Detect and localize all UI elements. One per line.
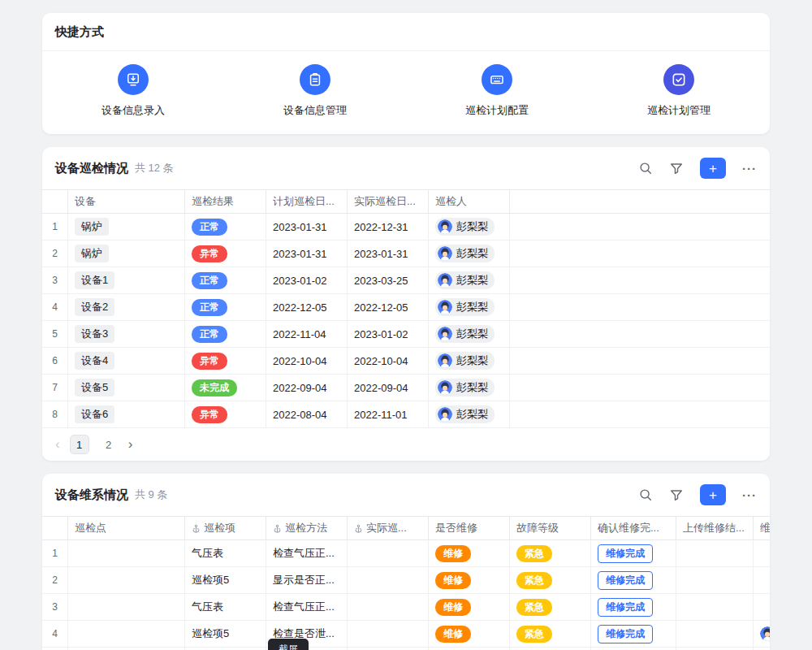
add-record-button[interactable]: + xyxy=(700,484,726,505)
shortcut-item-3[interactable]: 巡检计划管理 xyxy=(588,64,770,118)
search-icon[interactable] xyxy=(638,161,653,176)
column-header[interactable]: 上传维修结... xyxy=(676,517,754,540)
fault-level-cell[interactable]: 紧急 xyxy=(510,594,591,620)
device-cell[interactable]: 设备3 xyxy=(68,321,185,347)
fault-level-cell[interactable]: 紧急 xyxy=(510,621,591,647)
actual-date-cell[interactable]: 2022-12-31 xyxy=(348,214,429,240)
result-cell[interactable]: 异常 xyxy=(185,348,266,374)
fault-level-cell[interactable]: 紧急 xyxy=(510,540,591,566)
inspector-cell[interactable]: 彭梨梨 xyxy=(429,214,510,240)
pagination-page-2[interactable]: 2 xyxy=(99,435,119,454)
confirm-repair-cell[interactable]: 维修完成 xyxy=(591,594,676,620)
result-cell[interactable]: 异常 xyxy=(185,240,266,266)
column-header[interactable]: 是否维修 xyxy=(429,517,510,540)
device-cell[interactable]: 设备2 xyxy=(68,294,185,320)
filter-icon[interactable] xyxy=(669,161,684,176)
inspection-item-cell[interactable]: 气压表 xyxy=(185,540,266,566)
planned-date-cell[interactable]: 2022-12-05 xyxy=(266,294,348,320)
column-header[interactable]: 巡检点 xyxy=(68,517,185,540)
column-header[interactable]: 实际巡... xyxy=(348,517,429,540)
inspection-method-cell[interactable]: 显示是否正... xyxy=(266,567,348,593)
fault-level-cell[interactable]: 紧急 xyxy=(510,567,591,593)
inspector-cell[interactable]: 彭梨梨 xyxy=(429,321,510,347)
confirm-repair-cell[interactable]: 维修完成 xyxy=(591,540,676,566)
actual-inspection-cell[interactable] xyxy=(348,540,429,566)
upload-result-cell[interactable] xyxy=(676,594,754,620)
inspection-point-cell[interactable] xyxy=(68,540,185,566)
planned-date-cell[interactable]: 2023-01-31 xyxy=(266,240,348,266)
confirm-repair-button[interactable]: 维修完成 xyxy=(598,544,653,563)
column-header[interactable]: 巡检结果 xyxy=(185,190,266,213)
actual-date-cell[interactable]: 2022-12-05 xyxy=(348,294,429,320)
planned-date-cell[interactable]: 2023-01-02 xyxy=(266,267,348,293)
inspection-item-cell[interactable]: 巡检项5 xyxy=(185,621,266,647)
actual-date-cell[interactable]: 2023-01-02 xyxy=(348,321,429,347)
inspection-point-cell[interactable] xyxy=(68,594,185,620)
inspector-cell[interactable]: 彭梨梨 xyxy=(429,267,510,293)
column-header[interactable] xyxy=(42,190,68,213)
column-header[interactable]: 计划巡检日... xyxy=(266,190,348,213)
column-header[interactable]: 维... xyxy=(754,517,770,540)
column-header[interactable]: 巡检人 xyxy=(429,190,510,213)
column-header[interactable]: 实际巡检日... xyxy=(348,190,429,213)
column-header[interactable]: 巡检项 xyxy=(185,517,266,540)
more-options-icon[interactable]: ··· xyxy=(742,488,757,502)
result-cell[interactable]: 正常 xyxy=(185,214,266,240)
device-cell[interactable]: 设备1 xyxy=(68,267,185,293)
repair-cell[interactable]: 维修 xyxy=(429,594,510,620)
planned-date-cell[interactable]: 2022-09-04 xyxy=(266,375,348,401)
result-cell[interactable]: 异常 xyxy=(185,401,266,427)
repair-cell[interactable]: 维修 xyxy=(429,567,510,593)
inspector-cell[interactable]: 彭梨梨 xyxy=(429,348,510,374)
planned-date-cell[interactable]: 2022-11-04 xyxy=(266,321,348,347)
device-cell[interactable]: 设备6 xyxy=(68,401,185,427)
inspector-cell[interactable]: 彭梨梨 xyxy=(429,294,510,320)
inspection-method-cell[interactable]: 检查气压正... xyxy=(266,540,348,566)
repair-person-cell[interactable] xyxy=(754,594,770,620)
pagination-prev-icon[interactable]: ‹ xyxy=(55,436,60,453)
inspection-item-cell[interactable]: 巡检项5 xyxy=(185,567,266,593)
more-options-icon[interactable]: ··· xyxy=(742,162,757,176)
repair-person-cell[interactable] xyxy=(754,621,770,647)
shortcut-item-2[interactable]: 巡检计划配置 xyxy=(406,64,588,118)
actual-inspection-cell[interactable] xyxy=(348,567,429,593)
device-cell[interactable]: 锅炉 xyxy=(68,214,185,240)
planned-date-cell[interactable]: 2023-01-31 xyxy=(266,214,348,240)
search-icon[interactable] xyxy=(638,488,653,502)
upload-result-cell[interactable] xyxy=(676,621,754,647)
inspection-point-cell[interactable] xyxy=(68,567,185,593)
actual-date-cell[interactable]: 2023-01-31 xyxy=(348,240,429,266)
device-cell[interactable]: 锅炉 xyxy=(68,240,185,266)
inspector-cell[interactable]: 彭梨梨 xyxy=(429,375,510,401)
upload-result-cell[interactable] xyxy=(676,540,754,566)
actual-date-cell[interactable]: 2022-09-04 xyxy=(348,375,429,401)
shortcut-item-1[interactable]: 设备信息管理 xyxy=(224,64,406,118)
actual-date-cell[interactable]: 2022-11-01 xyxy=(348,401,429,427)
result-cell[interactable]: 正常 xyxy=(185,321,266,347)
inspection-point-cell[interactable] xyxy=(68,621,185,647)
pagination-page-1[interactable]: 1 xyxy=(70,435,89,454)
column-header[interactable]: 设备 xyxy=(68,190,185,213)
planned-date-cell[interactable]: 2022-08-04 xyxy=(266,401,348,427)
inspection-item-cell[interactable]: 气压表 xyxy=(185,594,266,620)
planned-date-cell[interactable]: 2022-10-04 xyxy=(266,348,348,374)
repair-cell[interactable]: 维修 xyxy=(429,540,510,566)
result-cell[interactable]: 未完成 xyxy=(185,375,266,401)
confirm-repair-cell[interactable]: 维修完成 xyxy=(591,567,676,593)
column-header[interactable]: 巡检方法 xyxy=(266,517,348,540)
confirm-repair-button[interactable]: 维修完成 xyxy=(598,598,653,617)
confirm-repair-button[interactable]: 维修完成 xyxy=(598,571,653,590)
device-cell[interactable]: 设备4 xyxy=(68,348,185,374)
inspector-cell[interactable]: 彭梨梨 xyxy=(429,240,510,266)
device-cell[interactable]: 设备5 xyxy=(68,375,185,401)
confirm-repair-button[interactable]: 维修完成 xyxy=(598,625,653,644)
column-header[interactable]: 故障等级 xyxy=(510,517,591,540)
shortcut-item-0[interactable]: 设备信息录入 xyxy=(42,64,224,118)
inspection-method-cell[interactable]: 检查气压正... xyxy=(266,594,348,620)
actual-inspection-cell[interactable] xyxy=(348,594,429,620)
actual-date-cell[interactable]: 2022-10-04 xyxy=(348,348,429,374)
inspector-cell[interactable]: 彭梨梨 xyxy=(429,401,510,427)
confirm-repair-cell[interactable]: 维修完成 xyxy=(591,621,676,647)
repair-person-cell[interactable] xyxy=(754,540,770,566)
filter-icon[interactable] xyxy=(669,488,684,502)
